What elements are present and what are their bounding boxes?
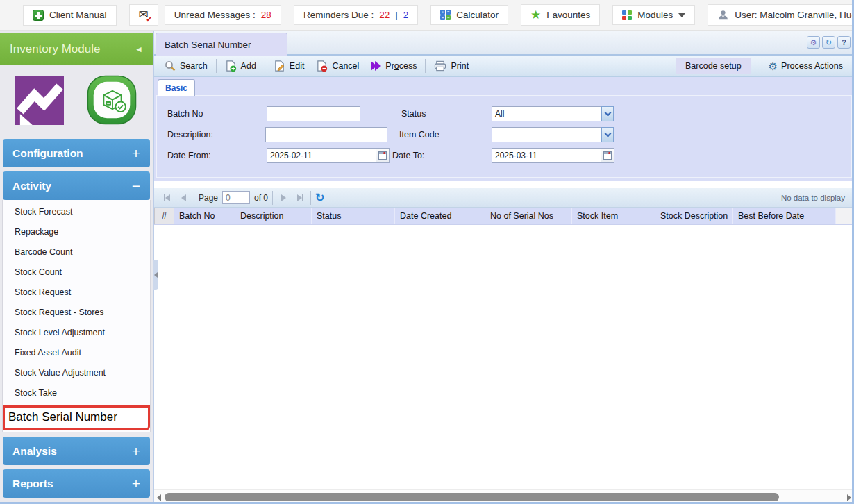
settings-gear-button[interactable]: ⚙ xyxy=(807,36,820,49)
column-header-best-before-date[interactable]: Best Before Date xyxy=(733,208,836,224)
section-label: Analysis xyxy=(12,445,57,457)
process-actions-label: Process Actions xyxy=(781,61,843,71)
sidebar-section-reports[interactable]: Reports + xyxy=(3,469,150,498)
messages-button[interactable]: ✉✔ xyxy=(129,4,158,26)
collapse-left-icon xyxy=(154,272,158,278)
collapse-sidebar-icon[interactable]: ◄ xyxy=(135,44,143,54)
refresh-tab-button[interactable]: ↻ xyxy=(822,36,835,49)
document-tab-strip: Batch Serial Number ⚙ ↻ ? xyxy=(154,31,854,56)
previous-page-button[interactable] xyxy=(177,192,190,204)
date-from-calendar-button[interactable] xyxy=(376,148,390,163)
search-button[interactable]: Search xyxy=(161,58,211,74)
sidebar-splitter-handle[interactable] xyxy=(153,260,158,290)
column-header-date-created[interactable]: Date Created xyxy=(395,208,485,224)
calculator-button[interactable]: +−×= Calculator xyxy=(430,5,508,25)
scroll-left-arrow-icon[interactable] xyxy=(157,494,161,501)
column-header-batch-no[interactable]: Batch No xyxy=(174,208,235,224)
help-button[interactable]: ? xyxy=(837,36,851,49)
last-page-button[interactable] xyxy=(294,192,306,204)
unread-messages-button[interactable]: Unread Messages : 28 xyxy=(165,5,281,25)
chevron-down-icon xyxy=(604,131,611,137)
add-icon xyxy=(225,60,237,72)
item-code-dropdown-button[interactable] xyxy=(601,127,614,142)
calculator-label: Calculator xyxy=(456,10,499,20)
top-bar: Client Manual ✉✔ Unread Messages : 28 Re… xyxy=(0,0,854,31)
date-to-input[interactable] xyxy=(492,148,601,163)
batch-no-input[interactable] xyxy=(267,106,360,121)
sidebar-item-stock-count[interactable]: Stock Count xyxy=(3,262,150,283)
date-to-label: Date To: xyxy=(392,148,424,163)
edit-icon xyxy=(274,60,285,72)
reminders-due-count: 2 xyxy=(403,10,409,20)
section-label: Configuration xyxy=(12,147,83,160)
unread-messages-count: 28 xyxy=(261,10,271,20)
barcode-setup-button[interactable]: Barcode setup xyxy=(676,58,751,74)
process-actions-button[interactable]: ⚙ Process Actions xyxy=(769,61,843,72)
reminders-separator: | xyxy=(395,10,398,20)
edit-button[interactable]: Edit xyxy=(270,58,308,74)
horizontal-scrollbar[interactable] xyxy=(154,489,854,504)
modules-menu-button[interactable]: Modules xyxy=(612,5,695,25)
spacer xyxy=(154,181,854,188)
expand-icon: + xyxy=(132,146,140,160)
sidebar-item-stock-level-adjustment[interactable]: Stock Level Adjustment xyxy=(3,323,150,343)
sidebar-section-analysis[interactable]: Analysis + xyxy=(3,437,150,465)
date-from-input[interactable] xyxy=(267,148,376,163)
sidebar-section-configuration[interactable]: Configuration + xyxy=(3,139,150,167)
divider xyxy=(265,59,265,73)
favourites-star-icon: ★ xyxy=(530,9,541,21)
reminders-overdue-count: 22 xyxy=(379,10,390,20)
column-header-stock-item[interactable]: Stock Item xyxy=(572,208,655,224)
process-button[interactable]: Process xyxy=(367,59,420,73)
sidebar-item-barcode-count[interactable]: Barcode Count xyxy=(3,242,150,262)
reminders-button[interactable]: Reminders Due : 22|2 xyxy=(294,5,418,25)
favourites-button[interactable]: ★ Favourites xyxy=(521,4,600,26)
calculator-icon: +−×= xyxy=(440,10,451,20)
first-page-button[interactable] xyxy=(160,192,173,204)
add-button[interactable]: Add xyxy=(221,58,260,74)
sidebar-module-header[interactable]: Inventory Module ◄ xyxy=(0,33,153,65)
item-code-value xyxy=(492,127,601,142)
search-label: Search xyxy=(180,61,208,71)
tab-basic[interactable]: Basic xyxy=(158,79,195,96)
column-header-no-of-serial-nos[interactable]: No of Serial Nos xyxy=(485,208,572,224)
sidebar-item-repackage[interactable]: Repackage xyxy=(3,222,150,242)
expand-icon: + xyxy=(132,476,140,491)
sidebar-item-stock-value-adjustment[interactable]: Stock Value Adjustment xyxy=(3,363,150,383)
column-header-description[interactable]: Description xyxy=(235,208,312,224)
action-toolbar: Search Add Edit xyxy=(154,56,854,77)
item-code-select[interactable] xyxy=(492,127,614,142)
status-select[interactable]: All xyxy=(492,106,614,121)
scrollbar-thumb[interactable] xyxy=(165,493,779,501)
add-label: Add xyxy=(241,61,256,71)
status-dropdown-button[interactable] xyxy=(601,106,614,121)
sidebar-item-stock-forecast[interactable]: Stock Forecast xyxy=(3,202,150,222)
print-icon xyxy=(434,60,446,72)
envelope-icon: ✉✔ xyxy=(139,9,149,21)
column-header-stock-description[interactable]: Stock Description xyxy=(655,208,733,224)
grid-header-row: # Batch No Description Status Date Creat… xyxy=(154,208,854,225)
description-input[interactable] xyxy=(265,127,387,142)
next-page-button[interactable] xyxy=(277,192,290,204)
refresh-icon: ↻ xyxy=(826,38,832,47)
date-to-calendar-button[interactable] xyxy=(601,148,614,163)
sidebar-section-activity[interactable]: Activity − xyxy=(3,171,150,200)
user-menu-button[interactable]: User: Malcolm Granville, Huge ERP DEMO xyxy=(708,4,854,26)
column-header-status[interactable]: Status xyxy=(312,208,395,224)
sidebar-item-stock-request[interactable]: Stock Request xyxy=(3,283,150,303)
divider xyxy=(425,59,426,73)
scroll-right-arrow-icon[interactable] xyxy=(847,494,851,501)
tab-batch-serial-number[interactable]: Batch Serial Number xyxy=(156,33,287,56)
print-button[interactable]: Print xyxy=(430,58,472,74)
page-number-input[interactable] xyxy=(222,191,250,204)
client-manual-button[interactable]: Client Manual xyxy=(23,5,117,26)
sidebar-item-stock-take[interactable]: Stock Take xyxy=(3,383,150,403)
sidebar-item-batch-serial-number[interactable]: Batch Serial Number xyxy=(3,405,150,430)
sidebar-item-fixed-asset-audit[interactable]: Fixed Asset Audit xyxy=(3,343,150,363)
page-label: Page xyxy=(199,193,218,203)
column-header-row-number[interactable]: # xyxy=(154,208,174,224)
sidebar-item-stock-request-stores[interactable]: Stock Request - Stores xyxy=(3,303,150,323)
paging-toolbar: Page of 0 ↻ No data to display xyxy=(154,188,854,208)
cancel-button[interactable]: Cancel xyxy=(312,58,362,74)
refresh-grid-icon[interactable]: ↻ xyxy=(315,192,324,203)
